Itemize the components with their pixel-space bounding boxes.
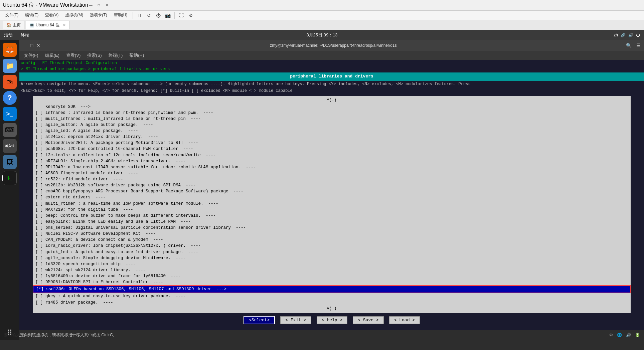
activities-button[interactable]: 活动 [4,32,13,38]
toolbar-pause-btn[interactable]: ⏸ [136,12,144,19]
menu-edit[interactable]: 编辑(E) [22,12,41,19]
vmware-network-icon: 🌐 [617,333,622,337]
dock-vscode[interactable]: >_ [3,107,17,121]
menu-vm[interactable]: 虚拟机(M) [62,12,86,19]
mc-item-25[interactable]: [ ] agile_console: Simple debugging devi… [33,255,631,261]
mc-list-container[interactable]: ^(-) Kendryte SDK ---> [ ] infrared : In… [33,96,631,313]
volume-icon: 🔊 [628,33,633,37]
dock-keyboard[interactable]: ⌨ [3,123,17,137]
mc-item-10[interactable]: [ ] RPLIDAR: a low cost LIDAR sensor sui… [33,164,631,170]
bottombar-icons: ⚙ 🌐 🔊 🔋 [609,333,640,337]
mc-item-28[interactable]: [ ] ly6816400:a device drive and frame f… [33,273,631,279]
menuconfig-screen: config - RT-Thread Project Configuration… [19,60,644,340]
close-button[interactable]: ✕ [104,3,110,8]
terminal-toolbar: 文件(F) 编辑(E) 查看(V) 搜索(S) 终端(T) 帮助(H) [19,51,644,60]
vmware-title: Ubuntu 64 位 - VMware Workstation [3,2,88,9]
mc-item-15[interactable]: [ ] extern rtc drivers ---- [33,194,631,200]
terminal-menu-terminal[interactable]: 终端(T) [107,52,125,59]
tab-close-icon[interactable]: ✕ [63,23,66,27]
mc-item-21[interactable]: [ ] Nuclei RISC-V Software Development K… [33,231,631,237]
terminal-content[interactable]: config - RT-Thread Project Configuration… [19,60,644,340]
locale-indicator[interactable]: zh [614,33,618,37]
vmware-menubar: 文件(F) 编辑(E) 查看(V) 虚拟机(M) 选项卡(T) 帮助(H) ⏸ … [0,11,644,20]
ubuntu-desktop: 活动 终端 3月25日 09：13 zh 🔗 🔊 ⏻ 🦊 📁 🛍 ? >_ ⌨ [0,30,644,340]
dock-terminal[interactable]: $_ [3,171,17,185]
mc-item-26[interactable]: [ ] ld3320 speech recognition chip ---- [33,261,631,267]
mc-item-24[interactable]: [ ] quick_led : A quick and easy-to-use … [33,249,631,255]
toolbar-snapshot-btn[interactable]: 📷 [164,12,172,19]
dock-photos[interactable]: 🖼 [3,155,17,169]
terminal-titlebar: — □ ✕ zmy@zmy-virtual-machine: ~/D1S/use… [19,40,644,51]
mc-help-line2: <Esc><Esc> to exit, <?> for Help, </> fo… [19,88,644,95]
mc-item-14[interactable]: [ ] embARC_bsp(Synopsys ARC Processer Bo… [33,188,631,194]
menu-help[interactable]: 帮助(H) [111,12,130,19]
terminal-menu-edit[interactable]: 编辑(E) [43,52,61,59]
terminal-close-btn[interactable]: ✕ [36,43,41,48]
mc-exit-btn[interactable]: < Exit > [280,316,311,324]
toolbar-settings-btn[interactable]: ⚙ [187,12,195,19]
vmware-titlebar: Ubuntu 64 位 - VMware Workstation — □ ✕ [0,0,644,11]
dock-help[interactable]: ? [3,91,17,105]
ubuntu-dock: 🦊 📁 🛍 ? >_ ⌨ 输入法 🖼 $_ ⠿ [0,40,19,340]
terminal-menu-icon[interactable]: ☰ [636,43,641,48]
mc-help-btn[interactable]: < Help > [317,316,347,324]
mc-save-btn[interactable]: < Save > [353,316,383,324]
mc-item-32[interactable]: [ ] rs485 driver package. ---- [33,300,631,306]
mc-item-selected[interactable]: [*] ssd1306: OLEDs based on SSD1306, SH1… [33,285,631,293]
toolbar-power-btn[interactable]: ⏻ [154,12,162,19]
terminal-minimize-btn[interactable]: — [23,43,27,48]
terminal-menu-search[interactable]: 搜索(S) [85,52,104,59]
vmware-settings-icon[interactable]: ⚙ [609,333,613,337]
mc-item-18[interactable]: [ ] beep: Control the buzzer to make bee… [33,213,631,219]
mc-item-23[interactable]: [ ] lora_radio_driver: lora chipset(SX12… [33,243,631,249]
mc-item-17[interactable]: [ ] MAX7219: for the digital tube ---- [33,207,631,213]
mc-select-btn[interactable]: <Select> [244,316,275,324]
maximize-button[interactable]: □ [96,3,102,8]
terminal-menu-view[interactable]: 查看(V) [64,52,83,59]
menu-file[interactable]: 文件(F) [3,12,21,19]
mc-item-12[interactable]: [ ] rc522: rfid module driver ---- [33,176,631,182]
tab-vm[interactable]: 💻 Ubuntu 64 位 ✕ [26,21,69,29]
vm-icon: 💻 [29,23,34,27]
mc-item-16[interactable]: [ ] multi_rtimer : a real-time and low p… [33,201,631,207]
mc-breadcrumb1: config - RT-Thread Project Configuration [19,60,644,66]
minimize-button[interactable]: — [88,3,94,8]
mc-item-4[interactable]: [ ] agile_led: A agile led package. ---- [33,128,631,134]
mc-item-22[interactable]: [ ] CAN_YMODEM: a device connect can & y… [33,237,631,243]
mc-item-13[interactable]: [ ] ws2812b: Ws2812b software driver pac… [33,182,631,188]
mc-item-5[interactable]: [ ] at24cxx: eeprom at24cxx driver libra… [33,134,631,140]
dock-software[interactable]: 🛍 [3,75,17,89]
mc-item-9[interactable]: [ ] nRF24L01: Single-chip 2.4GHz wireles… [33,158,631,164]
toolbar-separator2 [174,12,175,19]
mc-item-31[interactable]: [ ] qkey : A quick and easy-to-use key d… [33,293,631,299]
menu-view[interactable]: 查看(V) [42,12,61,19]
toolbar-fullscreen-btn[interactable]: ⛶ [177,12,185,19]
mc-load-btn[interactable]: < Load > [389,316,420,324]
mc-item-7[interactable]: [ ] pca9685: I2C-bus controlled 16-chann… [33,146,631,152]
terminal-menu-help[interactable]: 帮助(H) [127,52,146,59]
terminal-maximize-btn[interactable]: □ [29,43,34,48]
dock-files[interactable]: 📁 [3,59,17,73]
terminal-search-icon[interactable]: 🔍 [626,43,632,48]
mc-item-29[interactable]: [ ] DM9051:DAVICOM SPI to Ethernet Contr… [33,279,631,285]
toolbar-restore-btn[interactable]: ↺ [145,12,153,19]
mc-item-8[interactable]: [ ] i2c-tools: a collection of i2c tools… [33,152,631,158]
dock-firefox[interactable]: 🦊 [3,43,17,57]
mc-item-3[interactable]: [ ] agile_button: A agile button package… [33,122,631,128]
mc-item-20[interactable]: [ ] pms_series: Digital universal partic… [33,225,631,231]
window-controls: — □ ✕ [88,3,110,8]
mc-item-2[interactable]: [ ] multi_infrared : multi_Infrared is b… [33,116,631,122]
dock-input-method[interactable]: 输入法 [3,139,17,153]
mc-item-19[interactable]: [ ] easyblink: Blink the LED easily and … [33,219,631,225]
tab-vm-label: Ubuntu 64 位 [36,22,59,28]
tab-home[interactable]: 🏠 主页 [3,21,24,29]
menu-tabs[interactable]: 选项卡(T) [87,12,110,19]
mc-item-1[interactable]: [ ] infrared : Infrared is base on rt-th… [33,110,631,116]
dock-grid[interactable]: ⠿ [3,326,17,340]
mc-item-11[interactable]: [ ] AS608 fingerprint module driver ---- [33,170,631,176]
terminal-menu-file[interactable]: 文件(F) [22,52,40,59]
mc-item-6[interactable]: [ ] MotionDriver2RTT: A package porting … [33,140,631,146]
vmware-power2-icon: 🔋 [635,333,640,337]
mc-item-27[interactable]: [ ] wk2124: spi wk2124 driver library. -… [33,267,631,273]
mc-item-0[interactable]: Kendryte SDK ---> [33,104,631,110]
